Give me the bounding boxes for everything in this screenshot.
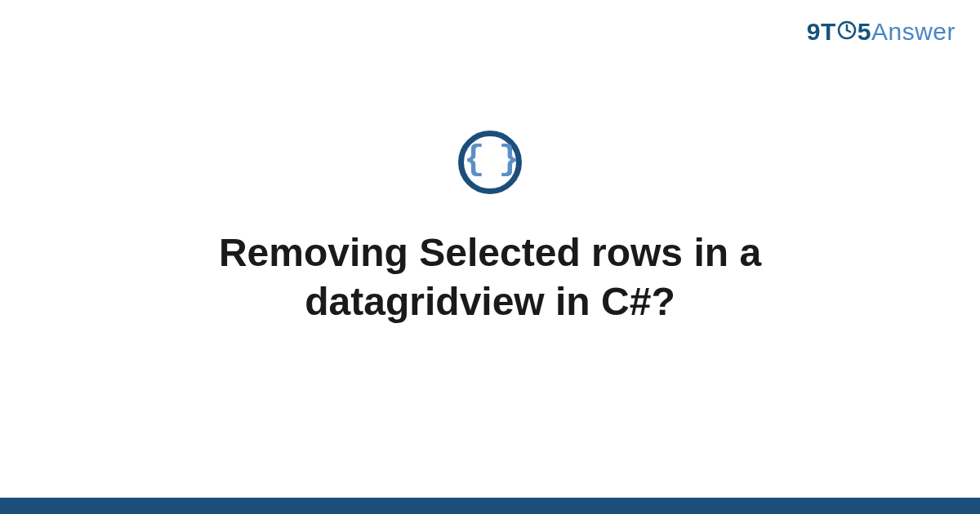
icon-container: { }: [458, 131, 522, 194]
page-title: Removing Selected rows in a datagridview…: [122, 228, 858, 326]
main-content: { } Removing Selected rows in a datagrid…: [0, 0, 980, 514]
braces-glyph: { }: [464, 143, 516, 177]
footer-bar: [0, 498, 980, 514]
code-braces-icon: { }: [458, 131, 522, 194]
